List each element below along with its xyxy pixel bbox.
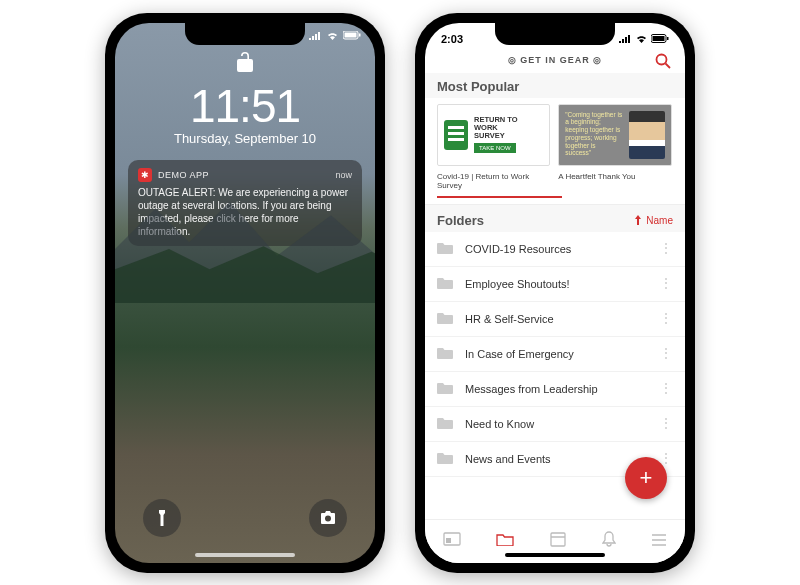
lockscreen-background: 11:51 Thursday, September 10 ✱ DEMO APP … [115, 23, 375, 563]
folder-icon [437, 312, 453, 326]
notification-app-icon: ✱ [138, 168, 152, 182]
tab-notifications[interactable] [602, 531, 616, 551]
card-line2: SURVEY [474, 132, 543, 140]
folder-name: In Case of Emergency [465, 348, 659, 360]
tab-menu[interactable] [651, 532, 667, 550]
folder-icon [437, 417, 453, 431]
take-now-badge: TAKE NOW [474, 143, 516, 153]
home-indicator[interactable] [195, 553, 295, 557]
sort-label: Name [646, 215, 673, 226]
folder-menu-button[interactable]: ⋮ [659, 421, 673, 427]
checklist-icon [444, 120, 468, 150]
camera-button[interactable] [309, 499, 347, 537]
folder-menu-button[interactable]: ⋮ [659, 246, 673, 252]
svg-line-7 [666, 63, 671, 68]
svg-rect-4 [653, 36, 665, 41]
folder-name: Messages from Leadership [465, 383, 659, 395]
folder-icon [437, 347, 453, 361]
folder-name: COVID-19 Resources [465, 243, 659, 255]
folder-menu-button[interactable]: ⋮ [659, 351, 673, 357]
card-caption-2: A Heartfelt Thank You [558, 172, 635, 190]
push-notification[interactable]: ✱ DEMO APP now OUTAGE ALERT: We are expe… [128, 160, 362, 246]
carousel-card-survey[interactable]: RETURN TO WORK SURVEY TAKE NOW [437, 104, 550, 166]
phone-app: 2:03 ◎ GET IN GEAR ◎ Most Popular [415, 13, 695, 573]
folder-name: Need to Know [465, 418, 659, 430]
wifi-icon [635, 34, 648, 43]
folder-name: Employee Shoutouts! [465, 278, 659, 290]
carousel-card-thankyou[interactable]: "Coming together is a beginning; keeping… [558, 104, 671, 166]
folder-icon [437, 382, 453, 396]
tab-calendar[interactable] [550, 531, 566, 551]
lockscreen-time: 11:51 [190, 79, 300, 133]
section-popular-title: Most Popular [425, 73, 685, 98]
svg-rect-9 [446, 538, 451, 543]
battery-icon [651, 34, 669, 43]
folder-menu-button[interactable]: ⋮ [659, 386, 673, 392]
folder-row[interactable]: COVID-19 Resources ⋮ [425, 232, 685, 267]
sort-arrow-icon [633, 215, 643, 225]
sort-button[interactable]: Name [633, 215, 673, 226]
folder-row[interactable]: In Case of Emergency ⋮ [425, 337, 685, 372]
popular-carousel[interactable]: RETURN TO WORK SURVEY TAKE NOW "Coming t… [425, 98, 685, 170]
folder-icon [437, 452, 453, 466]
folder-row[interactable]: HR & Self-Service ⋮ [425, 302, 685, 337]
card-quote: "Coming together is a beginning; keeping… [565, 111, 622, 158]
folder-menu-button[interactable]: ⋮ [659, 456, 673, 462]
app-title: ◎ GET IN GEAR ◎ [508, 55, 603, 65]
signal-icon [619, 34, 632, 43]
avatar-photo [629, 111, 665, 159]
status-bar [309, 31, 361, 40]
wifi-icon [326, 31, 339, 40]
svg-rect-10 [551, 533, 565, 546]
unlock-icon [236, 51, 254, 77]
svg-rect-1 [345, 32, 357, 37]
app-header: ◎ GET IN GEAR ◎ [425, 51, 685, 73]
folder-row[interactable]: Employee Shoutouts! ⋮ [425, 267, 685, 302]
svg-rect-5 [667, 37, 669, 40]
search-button[interactable] [655, 53, 671, 71]
folders-section-title: Folders [437, 213, 484, 228]
folder-row[interactable]: Messages from Leadership ⋮ [425, 372, 685, 407]
home-indicator[interactable] [505, 553, 605, 557]
phone-notch [185, 23, 305, 45]
card-line1: RETURN TO WORK [474, 116, 543, 133]
folder-name: HR & Self-Service [465, 313, 659, 325]
tab-folders[interactable] [496, 532, 514, 550]
phone-lockscreen: 11:51 Thursday, September 10 ✱ DEMO APP … [105, 13, 385, 573]
status-time: 2:03 [441, 33, 463, 45]
flashlight-button[interactable] [143, 499, 181, 537]
carousel-indicator [437, 196, 562, 198]
signal-icon [309, 31, 322, 40]
folder-menu-button[interactable]: ⋮ [659, 316, 673, 322]
folder-menu-button[interactable]: ⋮ [659, 281, 673, 287]
notification-timestamp: now [335, 170, 352, 180]
folder-icon [437, 242, 453, 256]
fab-add-button[interactable]: + [625, 457, 667, 499]
svg-point-6 [657, 54, 667, 64]
notification-body: OUTAGE ALERT: We are experiencing a powe… [138, 186, 352, 238]
notification-app-name: DEMO APP [158, 170, 329, 180]
lockscreen-date: Thursday, September 10 [174, 131, 316, 146]
folder-icon [437, 277, 453, 291]
phone-notch [495, 23, 615, 45]
folder-row[interactable]: Need to Know ⋮ [425, 407, 685, 442]
card-caption-1: Covid-19 | Return to Work Survey [437, 172, 550, 190]
svg-rect-2 [359, 33, 361, 36]
battery-icon [343, 31, 361, 40]
tab-home[interactable] [443, 532, 461, 550]
